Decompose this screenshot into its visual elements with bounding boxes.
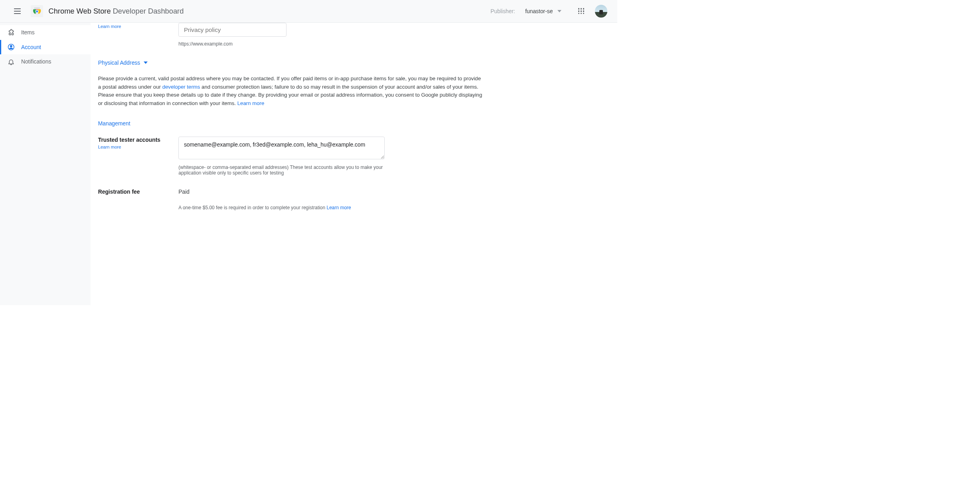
account-icon — [7, 43, 15, 51]
publisher-selector[interactable]: funastor-se — [525, 8, 561, 14]
menu-button[interactable] — [11, 5, 23, 17]
privacy-helper-text: https://www.example.com — [178, 41, 485, 47]
management-heading: Management — [98, 120, 485, 127]
main-content: Learn more https://www.example.com Physi… — [91, 23, 617, 305]
chevron-down-icon — [144, 61, 148, 64]
user-avatar[interactable] — [595, 5, 608, 18]
physical-learn-more-link[interactable]: Learn more — [237, 100, 265, 106]
chevron-down-icon — [557, 10, 561, 12]
developer-terms-link[interactable]: developer terms — [162, 84, 200, 90]
registration-fee-helper: A one-time $5.00 fee is required in orde… — [178, 205, 485, 210]
registration-fee-row: Registration fee Paid A one-time $5.00 f… — [98, 188, 485, 210]
registration-fee-label: Registration fee — [98, 188, 179, 195]
physical-address-label: Physical Address — [98, 60, 140, 66]
registration-learn-more-link[interactable]: Learn more — [327, 205, 351, 210]
sidebar-item-label: Items — [21, 29, 35, 36]
title-main: Chrome Web Store — [49, 7, 111, 15]
sidebar-item-notifications[interactable]: Notifications — [0, 54, 91, 69]
publisher-label: Publisher: — [490, 8, 515, 14]
menu-icon — [14, 8, 21, 14]
svg-point-4 — [10, 45, 12, 47]
extension-icon — [7, 28, 15, 36]
apps-grid-icon — [578, 8, 584, 14]
trusted-learn-more-link[interactable]: Learn more — [98, 145, 179, 149]
registration-fee-value: Paid — [178, 188, 485, 195]
trusted-testers-row: Trusted tester accounts Learn more (whit… — [98, 137, 485, 176]
trusted-testers-textarea[interactable] — [178, 137, 385, 159]
sidebar: Items Account Notifications — [0, 23, 91, 305]
trusted-testers-label: Trusted tester accounts — [98, 137, 179, 143]
publisher-value: funastor-se — [525, 8, 553, 14]
svg-rect-0 — [34, 8, 40, 9]
google-apps-button[interactable] — [575, 5, 587, 17]
privacy-learn-more-link[interactable]: Learn more — [98, 24, 179, 29]
title-sub: Developer Dashboard — [113, 7, 184, 15]
svg-point-2 — [36, 10, 38, 12]
physical-address-description: Please provide a current, valid postal a… — [98, 75, 485, 107]
privacy-policy-row: Learn more https://www.example.com — [98, 23, 485, 47]
cws-logo — [31, 5, 43, 17]
sidebar-item-items[interactable]: Items — [0, 25, 91, 40]
trusted-helper-text: (whitespace- or comma-separated email ad… — [178, 165, 385, 176]
physical-address-toggle[interactable]: Physical Address — [98, 60, 485, 66]
header-bar: Chrome Web Store Developer Dashboard Pub… — [0, 0, 617, 23]
sidebar-item-label: Account — [21, 44, 41, 50]
page-title: Chrome Web Store Developer Dashboard — [49, 7, 184, 16]
bell-icon — [7, 58, 15, 65]
privacy-policy-input[interactable] — [178, 23, 286, 37]
sidebar-item-account[interactable]: Account — [0, 40, 91, 55]
sidebar-item-label: Notifications — [21, 58, 51, 65]
